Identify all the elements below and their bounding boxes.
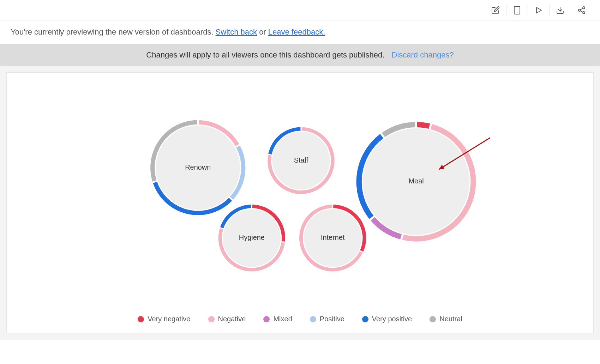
donut-slice[interactable] <box>417 122 430 129</box>
legend-swatch <box>430 316 436 322</box>
separator <box>528 5 528 16</box>
legend-item[interactable]: Negative <box>208 315 246 323</box>
donut-label: Meal <box>408 177 424 185</box>
donut-label: Staff <box>294 156 308 164</box>
svg-line-8 <box>581 8 583 10</box>
legend-swatch <box>208 316 215 322</box>
topbar <box>0 0 600 20</box>
donut-label: Hygiene <box>239 233 265 241</box>
donut-label: Internet <box>321 233 345 241</box>
share-icon[interactable] <box>574 2 589 18</box>
legend-item[interactable]: Mixed <box>263 315 292 323</box>
legend-label: Very negative <box>148 315 190 323</box>
separator <box>549 5 550 16</box>
legend-item[interactable]: Neutral <box>430 315 462 323</box>
donut-label: Renown <box>185 163 211 171</box>
legend-item[interactable]: Very negative <box>138 315 190 323</box>
preview-text: You're currently previewing the new vers… <box>11 28 216 36</box>
publish-bar: Changes will apply to all viewers once t… <box>0 44 600 66</box>
play-icon[interactable] <box>531 2 546 18</box>
legend-item[interactable]: Very positive <box>362 315 412 323</box>
discard-changes-link[interactable]: Discard changes? <box>392 50 454 59</box>
publish-message: Changes will apply to all viewers once t… <box>146 50 384 59</box>
separator <box>506 5 506 16</box>
download-icon[interactable] <box>552 2 568 18</box>
legend-label: Very positive <box>372 315 412 323</box>
preview-banner: You're currently previewing the new vers… <box>0 20 600 44</box>
legend-swatch <box>362 316 368 322</box>
legend-swatch <box>310 316 316 322</box>
legend-label: Mixed <box>273 315 292 323</box>
svg-line-7 <box>581 11 583 12</box>
dashboard-canvas: RenownStaffHygieneInternetMeal Very nega… <box>0 66 600 340</box>
legend-swatch <box>138 316 144 322</box>
mobile-icon[interactable] <box>509 2 525 18</box>
preview-or: or <box>259 28 268 36</box>
legend-swatch <box>263 316 270 322</box>
legend-label: Negative <box>218 315 246 323</box>
svg-marker-2 <box>536 7 541 13</box>
legend-item[interactable]: Positive <box>310 315 344 323</box>
chart-panel: RenownStaffHygieneInternetMeal Very nega… <box>6 72 594 333</box>
legend-label: Positive <box>320 315 344 323</box>
packed-donut-chart[interactable]: RenownStaffHygieneInternetMeal <box>7 73 593 333</box>
edit-icon[interactable] <box>488 2 503 18</box>
chart-legend: Very negativeNegativeMixedPositiveVery p… <box>7 315 593 323</box>
legend-label: Neutral <box>439 315 462 323</box>
leave-feedback-link[interactable]: Leave feedback. <box>268 28 325 36</box>
separator <box>571 5 571 16</box>
switch-back-link[interactable]: Switch back <box>216 28 257 36</box>
